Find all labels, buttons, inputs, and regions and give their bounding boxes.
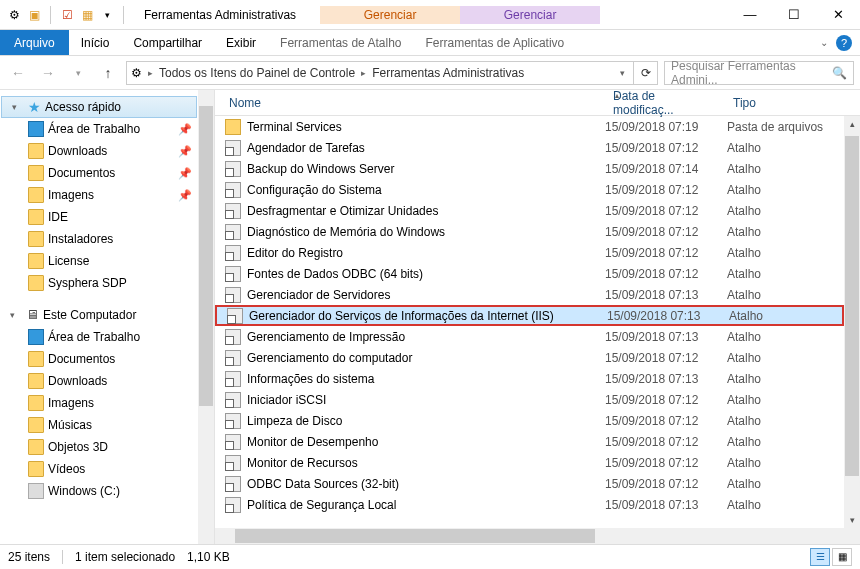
minimize-button[interactable]: — bbox=[728, 1, 772, 29]
file-list[interactable]: Terminal Services 15/09/2018 07:19 Pasta… bbox=[215, 116, 860, 544]
horizontal-scrollbar[interactable] bbox=[215, 528, 844, 544]
sidebar-item[interactable]: Sysphera SDP bbox=[0, 272, 198, 294]
sidebar-item[interactable]: Documentos bbox=[0, 348, 198, 370]
pin-icon: 📌 bbox=[178, 189, 192, 202]
file-row[interactable]: Terminal Services 15/09/2018 07:19 Pasta… bbox=[215, 116, 844, 137]
search-icon: 🔍 bbox=[832, 66, 847, 80]
file-row[interactable]: Desfragmentar e Otimizar Unidades 15/09/… bbox=[215, 200, 844, 221]
back-button[interactable]: ← bbox=[6, 61, 30, 85]
breadcrumb-segment[interactable]: Todos os Itens do Painel de Controle bbox=[159, 66, 355, 80]
sidebar-item[interactable]: Downloads📌 bbox=[0, 140, 198, 162]
tools-icon[interactable]: ⚙ bbox=[6, 7, 22, 23]
forward-button[interactable]: → bbox=[36, 61, 60, 85]
sidebar-item[interactable]: License bbox=[0, 250, 198, 272]
recent-locations-icon[interactable]: ▾ bbox=[66, 61, 90, 85]
qat-dropdown-icon[interactable]: ▾ bbox=[99, 7, 115, 23]
scroll-up-icon[interactable]: ▴ bbox=[844, 116, 860, 132]
file-row[interactable]: Editor do Registro 15/09/2018 07:12 Atal… bbox=[215, 242, 844, 263]
sort-ascending-icon: ▴ bbox=[615, 91, 619, 100]
details-view-icon[interactable]: ☰ bbox=[810, 548, 830, 566]
sidebar-item[interactable]: Instaladores bbox=[0, 228, 198, 250]
breadcrumb-dropdown-icon[interactable]: ▾ bbox=[616, 68, 629, 78]
sidebar-item[interactable]: Objetos 3D bbox=[0, 436, 198, 458]
tab-app-tools[interactable]: Ferramentas de Aplicativo bbox=[414, 30, 577, 55]
sidebar-item[interactable]: Vídeos bbox=[0, 458, 198, 480]
column-headers: Nome Data de modificaç... Tipo ▴ bbox=[215, 90, 860, 116]
sidebar-item[interactable]: Windows (C:) bbox=[0, 480, 198, 502]
tab-view[interactable]: Exibir bbox=[214, 30, 268, 55]
file-list-pane: Nome Data de modificaç... Tipo ▴ Termina… bbox=[215, 90, 860, 544]
navigation-pane: ▾★Acesso rápidoÁrea de Trabalho📌Download… bbox=[0, 90, 215, 544]
file-row[interactable]: Agendador de Tarefas 15/09/2018 07:12 At… bbox=[215, 137, 844, 158]
status-bar: 25 itens 1 item selecionado 1,10 KB ☰ ▦ bbox=[0, 544, 860, 568]
chevron-right-icon[interactable]: ▸ bbox=[361, 68, 366, 78]
sidebar-item[interactable]: IDE bbox=[0, 206, 198, 228]
file-row[interactable]: Gerenciamento do computador 15/09/2018 0… bbox=[215, 347, 844, 368]
help-icon[interactable]: ? bbox=[836, 35, 852, 51]
breadcrumb-segment[interactable]: Ferramentas Administrativas bbox=[372, 66, 524, 80]
large-icons-view-icon[interactable]: ▦ bbox=[832, 548, 852, 566]
file-icon bbox=[225, 455, 241, 471]
scroll-down-icon[interactable]: ▾ bbox=[844, 512, 860, 528]
sidebar-item[interactable]: Área de Trabalho📌 bbox=[0, 118, 198, 140]
sidebar-item[interactable]: Músicas bbox=[0, 414, 198, 436]
file-icon bbox=[225, 413, 241, 429]
new-folder-icon[interactable]: ▦ bbox=[79, 7, 95, 23]
breadcrumb[interactable]: ⚙ ▸ Todos os Itens do Painel de Controle… bbox=[126, 61, 634, 85]
close-button[interactable]: ✕ bbox=[816, 1, 860, 29]
tab-share[interactable]: Compartilhar bbox=[121, 30, 214, 55]
chevron-right-icon[interactable]: ▸ bbox=[148, 68, 153, 78]
maximize-button[interactable]: ☐ bbox=[772, 1, 816, 29]
file-row[interactable]: Limpeza de Disco 15/09/2018 07:12 Atalho bbox=[215, 410, 844, 431]
sidebar-item[interactable]: Área de Trabalho bbox=[0, 326, 198, 348]
status-selection: 1 item selecionado bbox=[75, 550, 175, 564]
expand-ribbon-icon[interactable]: ⌄ bbox=[820, 37, 828, 48]
properties-check-icon[interactable]: ☑ bbox=[59, 7, 75, 23]
control-panel-icon: ⚙ bbox=[131, 66, 142, 80]
file-icon bbox=[225, 161, 241, 177]
file-row[interactable]: Backup do Windows Server 15/09/2018 07:1… bbox=[215, 158, 844, 179]
up-button[interactable]: ↑ bbox=[96, 61, 120, 85]
scrollbar-thumb[interactable] bbox=[845, 136, 859, 476]
context-tab-app[interactable]: Gerenciar bbox=[460, 6, 600, 24]
file-row[interactable]: Informações do sistema 15/09/2018 07:13 … bbox=[215, 368, 844, 389]
status-item-count: 25 itens bbox=[8, 550, 50, 564]
file-row[interactable]: Política de Segurança Local 15/09/2018 0… bbox=[215, 494, 844, 515]
folder-icon[interactable]: ▣ bbox=[26, 7, 42, 23]
address-bar: ← → ▾ ↑ ⚙ ▸ Todos os Itens do Painel de … bbox=[0, 56, 860, 90]
sidebar-item[interactable]: Imagens bbox=[0, 392, 198, 414]
column-date[interactable]: Data de modificaç... bbox=[605, 89, 725, 117]
sidebar-item[interactable]: Documentos📌 bbox=[0, 162, 198, 184]
file-row[interactable]: Monitor de Desempenho 15/09/2018 07:12 A… bbox=[215, 431, 844, 452]
sidebar-item[interactable]: Imagens📌 bbox=[0, 184, 198, 206]
file-row[interactable]: Configuração do Sistema 15/09/2018 07:12… bbox=[215, 179, 844, 200]
file-icon bbox=[225, 497, 241, 513]
pin-icon: 📌 bbox=[178, 145, 192, 158]
search-input[interactable]: Pesquisar Ferramentas Admini... 🔍 bbox=[664, 61, 854, 85]
file-row[interactable]: Monitor de Recursos 15/09/2018 07:12 Ata… bbox=[215, 452, 844, 473]
sidebar-this-pc[interactable]: ▾🖥Este Computador bbox=[0, 304, 198, 326]
refresh-button[interactable]: ⟳ bbox=[634, 61, 658, 85]
column-type[interactable]: Tipo bbox=[725, 96, 860, 110]
file-row[interactable]: Gerenciamento de Impressão 15/09/2018 07… bbox=[215, 326, 844, 347]
tab-file[interactable]: Arquivo bbox=[0, 30, 69, 55]
context-tab-shortcut[interactable]: Gerenciar bbox=[320, 6, 460, 24]
scrollbar-thumb[interactable] bbox=[199, 106, 213, 406]
column-name[interactable]: Nome bbox=[215, 96, 605, 110]
file-row[interactable]: Fontes de Dados ODBC (64 bits) 15/09/201… bbox=[215, 263, 844, 284]
scrollbar-thumb[interactable] bbox=[235, 529, 595, 543]
file-icon bbox=[225, 329, 241, 345]
file-row[interactable]: ODBC Data Sources (32-bit) 15/09/2018 07… bbox=[215, 473, 844, 494]
tab-home[interactable]: Início bbox=[69, 30, 122, 55]
title-bar: ⚙ ▣ ☑ ▦ ▾ Ferramentas Administrativas Ge… bbox=[0, 0, 860, 30]
file-row[interactable]: Gerenciador de Servidores 15/09/2018 07:… bbox=[215, 284, 844, 305]
file-row[interactable]: Iniciador iSCSI 15/09/2018 07:12 Atalho bbox=[215, 389, 844, 410]
file-row[interactable]: Gerenciador do Serviços de Informações d… bbox=[215, 305, 844, 326]
content-scrollbar[interactable]: ▴ ▾ bbox=[844, 116, 860, 544]
file-icon bbox=[225, 392, 241, 408]
sidebar-scrollbar[interactable] bbox=[198, 90, 214, 544]
sidebar-item[interactable]: Downloads bbox=[0, 370, 198, 392]
file-row[interactable]: Diagnóstico de Memória do Windows 15/09/… bbox=[215, 221, 844, 242]
tab-shortcut-tools[interactable]: Ferramentas de Atalho bbox=[268, 30, 413, 55]
sidebar-quick-access[interactable]: ▾★Acesso rápido bbox=[1, 96, 197, 118]
